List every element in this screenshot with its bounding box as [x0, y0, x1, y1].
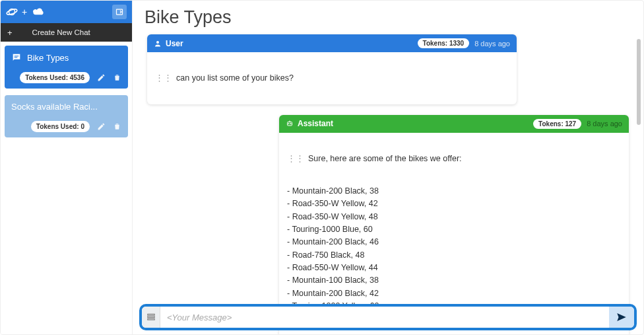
conversation-meta-row: Tokens Used: 0	[11, 121, 121, 132]
message-time-ago: 8 days ago	[587, 120, 622, 128]
send-button[interactable]	[609, 307, 634, 328]
conversation-title: Bike Types	[27, 53, 69, 63]
message-assistant: Assistant Tokens: 127 8 days ago ⋮⋮ Sure…	[279, 115, 629, 334]
create-new-chat-button[interactable]: + Create New Chat	[1, 23, 132, 42]
svg-rect-3	[15, 56, 19, 56]
app-root: + + Create New Chat	[1, 1, 643, 334]
message-tokens-badge: Tokens: 1330	[418, 38, 470, 48]
message-header-left: User	[154, 39, 183, 48]
tokens-used-badge: Tokens Used: 0	[31, 121, 90, 132]
conversation-title: Socks available Raci...	[11, 102, 98, 112]
message-tokens-badge: Tokens: 127	[533, 119, 581, 129]
user-icon	[154, 40, 162, 48]
conversation-title-row: Bike Types	[11, 52, 121, 63]
chat-scroll-area[interactable]: User Tokens: 1330 8 days ago ⋮⋮ can you …	[133, 30, 643, 334]
conversation-item[interactable]: Bike Types Tokens Used: 4536	[5, 46, 128, 89]
svg-point-5	[156, 41, 159, 44]
chat-icon	[11, 52, 22, 63]
svg-point-1	[6, 8, 18, 15]
svg-rect-11	[147, 318, 154, 320]
svg-point-8	[290, 124, 291, 124]
conversation-title-row: Socks available Raci...	[11, 102, 121, 112]
svg-point-7	[288, 124, 289, 124]
delete-conversation-button[interactable]	[112, 122, 121, 131]
plus-icon: +	[22, 7, 27, 17]
plus-icon: +	[7, 28, 13, 38]
message-body: ⋮⋮ can you list some of your bikes?	[147, 52, 517, 104]
message-input[interactable]	[160, 307, 609, 328]
delete-conversation-button[interactable]	[112, 73, 121, 83]
message-role-label: User	[166, 39, 183, 48]
sidebar: + + Create New Chat	[1, 1, 133, 334]
message-outro: Please note that these are just a few ex…	[287, 334, 621, 334]
sidebar-header-left: +	[6, 6, 46, 18]
tokens-used-badge: Tokens Used: 4536	[20, 72, 90, 83]
edit-conversation-button[interactable]	[96, 73, 106, 83]
conversation-meta-row: Tokens Used: 4536	[11, 72, 121, 83]
message-header: Assistant Tokens: 127 8 days ago	[279, 115, 629, 133]
conversation-item[interactable]: Socks available Raci... Tokens Used: 0	[5, 95, 128, 137]
message-user: User Tokens: 1330 8 days ago ⋮⋮ can you …	[147, 34, 517, 104]
message-text: can you list some of your bikes?	[176, 72, 294, 85]
message-list: - Mountain-200 Black, 38 - Road-350-W Ye…	[287, 185, 621, 313]
drag-handle-icon[interactable]: ⋮⋮	[287, 152, 304, 165]
sidebar-header: +	[1, 1, 132, 23]
message-header-left: Assistant	[286, 119, 333, 128]
message-header: User Tokens: 1330 8 days ago	[147, 34, 517, 52]
collapse-sidebar-button[interactable]	[112, 5, 127, 19]
drag-handle-icon[interactable]: ⋮⋮	[155, 71, 172, 85]
ai-cloud-icon	[31, 7, 46, 17]
assistant-icon	[286, 120, 294, 128]
message-role-label: Assistant	[298, 119, 333, 128]
page-title: Bike Types	[133, 1, 643, 30]
composer	[139, 304, 637, 330]
svg-rect-10	[147, 316, 154, 318]
create-new-chat-label: Create New Chat	[32, 28, 90, 36]
message-intro: Sure, here are some of the bikes we offe…	[308, 153, 462, 165]
conversation-list: Bike Types Tokens Used: 4536 Socks avail…	[1, 42, 132, 141]
composer-options-button[interactable]	[142, 307, 160, 328]
message-header-right: Tokens: 127 8 days ago	[533, 119, 622, 129]
scrollbar[interactable]	[637, 39, 641, 125]
message-header-right: Tokens: 1330 8 days ago	[418, 38, 510, 48]
svg-rect-4	[15, 57, 18, 57]
svg-rect-9	[147, 314, 154, 315]
edit-conversation-button[interactable]	[96, 122, 106, 131]
main-panel: Bike Types User Tokens: 1330 8 days ago	[133, 1, 643, 334]
message-time-ago: 8 days ago	[474, 40, 510, 48]
planet-icon	[6, 6, 18, 18]
